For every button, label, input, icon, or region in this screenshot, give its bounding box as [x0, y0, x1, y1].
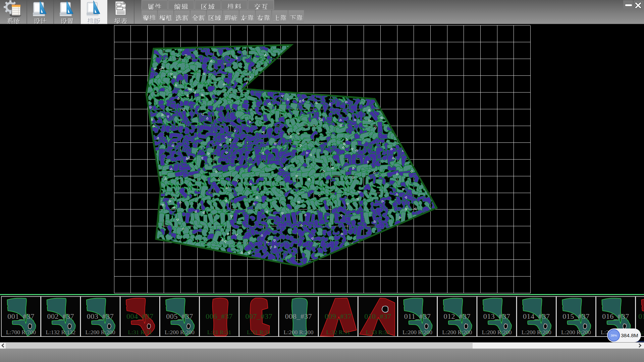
svg-text:015_#37: 015_#37: [562, 312, 590, 320]
svg-text:014_#37: 014_#37: [523, 312, 550, 320]
svg-text:013_#37: 013_#37: [483, 312, 511, 320]
svg-text:011_#37: 011_#37: [404, 312, 431, 320]
svg-text:010_#37: 010_#37: [364, 312, 391, 320]
svg-text:008_#37: 008_#37: [285, 312, 312, 320]
svg-text:L:32 R:31: L:32 R:31: [326, 329, 350, 336]
svg-text:L:200 R:200: L:200 R:200: [561, 329, 591, 336]
svg-text:012_#37: 012_#37: [444, 312, 471, 320]
svg-text:L:200 R:200: L:200 R:200: [402, 329, 432, 336]
svg-text:38%: 38%: [610, 334, 617, 337]
svg-text:004_#37: 004_#37: [126, 312, 154, 320]
svg-text:016_#37: 016_#37: [602, 312, 629, 320]
svg-text:L:31 R:31: L:31 R:31: [247, 329, 271, 336]
svg-text:001_#37: 001_#37: [7, 312, 35, 320]
svg-text:L:200 R:200: L:200 R:200: [522, 329, 551, 336]
svg-text:L:31 R:31: L:31 R:31: [128, 329, 152, 336]
svg-text:009_#37: 009_#37: [325, 312, 352, 320]
svg-text:L:200 R:200: L:200 R:200: [86, 329, 115, 336]
svg-text:L:132 R:132: L:132 R:132: [46, 329, 75, 336]
svg-text:006_#37: 006_#37: [206, 312, 233, 320]
svg-text:005_#37: 005_#37: [166, 312, 193, 320]
svg-text:003_#37: 003_#37: [87, 312, 114, 320]
svg-text:L:33 R:33: L:33 R:33: [366, 329, 390, 336]
svg-text:007_#37: 007_#37: [246, 312, 273, 320]
svg-text:L:200 R:200: L:200 R:200: [284, 329, 314, 336]
svg-text:L:21 R:21: L:21 R:21: [207, 329, 231, 336]
svg-text:L:200 R:200: L:200 R:200: [482, 329, 512, 336]
svg-text:L:200 R:200: L:200 R:200: [165, 329, 195, 336]
svg-text:002_#37: 002_#37: [47, 312, 74, 320]
svg-text:384.8M: 384.8M: [621, 333, 638, 338]
svg-text:L:700 R:700: L:700 R:700: [6, 329, 36, 336]
svg-text:017_#37: 017_#37: [638, 312, 644, 320]
svg-text:L:200 R:200: L:200 R:200: [442, 329, 472, 336]
